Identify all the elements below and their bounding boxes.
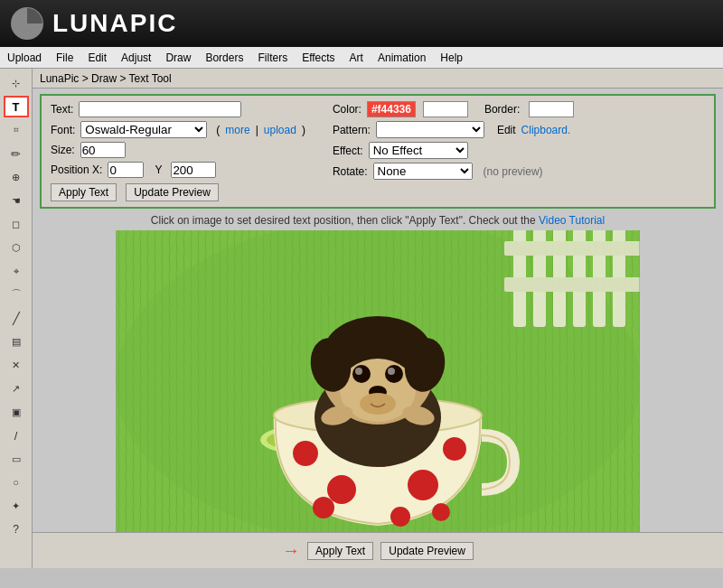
svg-point-35 (388, 368, 395, 375)
svg-rect-13 (504, 277, 640, 292)
help-icon[interactable]: ? (4, 518, 29, 540)
menu-file[interactable]: File (56, 51, 73, 64)
upload-link[interactable]: upload (264, 124, 296, 136)
logo-icon (11, 7, 43, 40)
eraser-tool[interactable]: ◻ (4, 213, 29, 235)
video-tutorial-link[interactable]: Video Tutorial (539, 214, 605, 227)
canvas-image[interactable] (116, 230, 640, 532)
size-row: Size: (51, 142, 305, 158)
main-layout: ⊹ T ⌗ ✏ ⊕ ☚ ◻ ⬡ ⌖ ⌒ ╱ ▤ ✕ ↗ ▣ / ▭ ○ ✦ ? … (0, 69, 723, 568)
bottom-bar: → Apply Text Update Preview (33, 532, 723, 568)
menu-filters[interactable]: Filters (258, 51, 287, 64)
sidebar: ⊹ T ⌗ ✏ ⊕ ☚ ◻ ⬡ ⌖ ⌒ ╱ ▤ ✕ ↗ ▣ / ▭ ○ ✦ ? (0, 69, 33, 568)
menu-art[interactable]: Art (350, 51, 363, 64)
text-input[interactable] (79, 101, 241, 117)
close-paren: ) (302, 124, 305, 136)
close-tool[interactable]: ✕ (4, 354, 29, 376)
save-tool[interactable]: ▤ (4, 331, 29, 352)
menu-draw[interactable]: Draw (165, 51, 191, 64)
clipboard-link[interactable]: Clipboard. (521, 124, 571, 136)
separator: | (256, 124, 258, 136)
zoom-tool[interactable]: ⊕ (4, 166, 29, 188)
eyedrop-tool[interactable]: ⌖ (4, 260, 29, 282)
no-preview: (no preview) (484, 165, 543, 178)
text-row: Text: (51, 101, 305, 117)
menu-edit[interactable]: Edit (88, 51, 107, 64)
hand-tool[interactable]: ☚ (4, 190, 29, 211)
menu-upload[interactable]: Upload (7, 51, 42, 64)
effect-select[interactable]: No Effect Shadow Outline (369, 142, 468, 159)
color-swatch[interactable] (423, 101, 468, 117)
bottom-arrow-icon: → (282, 540, 300, 561)
panel-left: Text: Font: Oswald-Regular ( more | (51, 101, 305, 201)
svg-point-18 (327, 475, 356, 504)
position-x-input[interactable] (108, 162, 144, 178)
size-input[interactable] (80, 142, 126, 158)
panel-columns: Text: Font: Oswald-Regular ( more | (51, 101, 705, 201)
position-row: Position X: Y (51, 162, 305, 178)
instruction-bar: Click on image to set desired text posit… (33, 210, 723, 230)
pattern-row: Pattern: Edit Clipboard. (333, 121, 574, 138)
line-tool[interactable]: ╱ (4, 307, 29, 329)
arrow-tool[interactable]: ↗ (4, 378, 29, 399)
instruction-text: Click on image to set desired text posit… (151, 214, 536, 227)
tool-panel-wrapper: → Text: Font: (40, 94, 716, 209)
font-label: Font: (51, 124, 75, 136)
svg-rect-12 (504, 241, 640, 256)
pencil-tool[interactable]: ✏ (4, 143, 29, 164)
brush-tool[interactable]: ⌒ (4, 284, 29, 305)
more-link[interactable]: more (225, 124, 249, 136)
rect-tool[interactable]: ▭ (4, 448, 29, 470)
bucket-tool[interactable]: ⬡ (4, 237, 29, 258)
font-select[interactable]: Oswald-Regular (80, 121, 207, 138)
svg-point-34 (355, 368, 362, 375)
content-area: LunaPic > Draw > Text Tool → Text: (33, 69, 723, 568)
apply-text-button[interactable]: Apply Text (51, 183, 117, 201)
pattern-select[interactable] (376, 121, 484, 138)
text-tool[interactable]: T (4, 96, 29, 117)
color-value[interactable]: #f44336 (367, 101, 416, 117)
color-label: Color: (333, 103, 362, 116)
svg-point-37 (360, 393, 396, 415)
star-tool[interactable]: ✦ (4, 495, 29, 517)
breadcrumb: LunaPic > Draw > Text Tool (33, 69, 723, 89)
rotate-select[interactable]: None 90° 180° (373, 163, 473, 180)
effect-label: Effect: (333, 145, 363, 157)
panel-right: Color: #f44336 Border: Pattern: (333, 101, 574, 201)
svg-point-20 (408, 470, 438, 500)
position-y-label: Y (155, 163, 162, 176)
buttons-row: Apply Text Update Preview (51, 183, 305, 201)
menubar: Upload File Edit Adjust Draw Borders Fil… (0, 47, 723, 69)
effect-row: Effect: No Effect Shadow Outline (333, 142, 574, 159)
menu-effects[interactable]: Effects (302, 51, 334, 64)
svg-point-17 (293, 441, 318, 466)
menu-animation[interactable]: Animation (378, 51, 426, 64)
image-area[interactable] (40, 230, 716, 532)
app-header: LUNAPIC (0, 0, 723, 47)
select-tool[interactable]: ⊹ (4, 72, 29, 94)
border-label: Border: (484, 103, 520, 116)
crop-tool[interactable]: ⌗ (4, 119, 29, 141)
color-row: Color: #f44336 Border: (333, 101, 574, 117)
menu-adjust[interactable]: Adjust (121, 51, 151, 64)
svg-point-24 (432, 503, 450, 521)
bottom-update-button[interactable]: Update Preview (380, 542, 474, 560)
text-label: Text: (51, 103, 73, 116)
svg-point-22 (313, 497, 334, 518)
border-swatch[interactable] (529, 101, 574, 117)
rotate-label: Rotate: (333, 165, 368, 178)
font-options-spacer: ( (216, 124, 220, 136)
print-tool[interactable]: ▣ (4, 401, 29, 423)
bottom-apply-button[interactable]: Apply Text (307, 542, 373, 560)
menu-borders[interactable]: Borders (205, 51, 243, 64)
update-preview-button[interactable]: Update Preview (126, 183, 219, 201)
rotate-row: Rotate: None 90° 180° (no preview) (333, 163, 574, 180)
menu-help[interactable]: Help (440, 51, 463, 64)
position-y-input[interactable] (171, 162, 216, 178)
svg-point-33 (385, 365, 403, 383)
position-label: Position X: (51, 163, 102, 176)
size-label: Size: (51, 144, 75, 156)
circle-tool[interactable]: ○ (4, 471, 29, 493)
tool-panel: Text: Font: Oswald-Regular ( more | (40, 94, 716, 209)
draw-line-tool[interactable]: / (4, 425, 29, 446)
